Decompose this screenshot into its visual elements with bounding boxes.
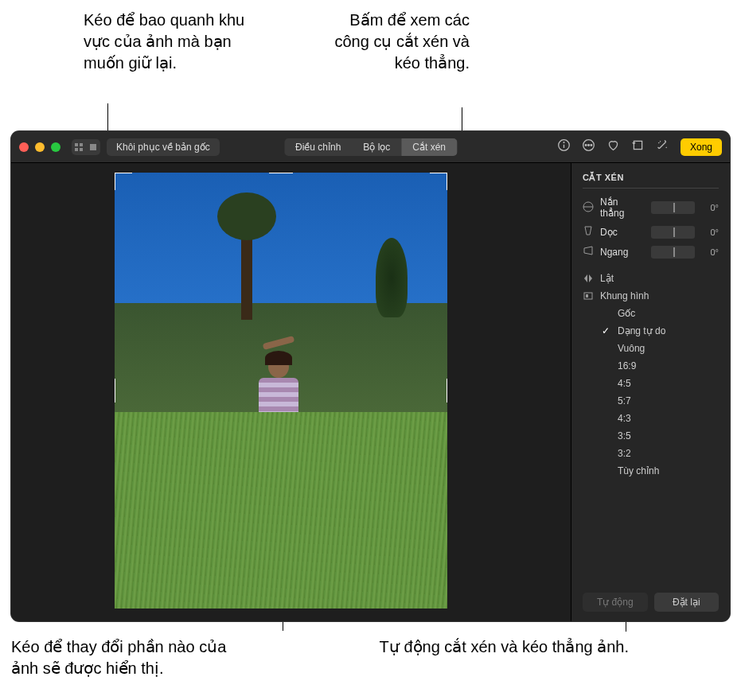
slider-label: Dọc bbox=[600, 227, 645, 238]
vertical-perspective-icon bbox=[583, 225, 594, 239]
aspect-freeform[interactable]: ✓Dạng tự do bbox=[602, 322, 719, 340]
photo-content bbox=[241, 216, 252, 320]
vertical-slider[interactable]: Dọc 0° bbox=[583, 225, 719, 239]
crop-handle-top[interactable] bbox=[269, 173, 293, 173]
svg-rect-3 bbox=[80, 148, 83, 151]
crop-handle-bottom[interactable] bbox=[269, 608, 293, 609]
slider-track[interactable] bbox=[651, 201, 695, 214]
photo-content bbox=[255, 356, 302, 499]
straighten-slider[interactable]: Nắn thẳng 0° bbox=[583, 196, 719, 219]
enhance-icon[interactable] bbox=[656, 138, 669, 155]
aspect-label: 4:5 bbox=[618, 378, 631, 389]
view-toggle[interactable] bbox=[72, 139, 100, 155]
aspect-label: 5:7 bbox=[618, 395, 631, 406]
svg-rect-2 bbox=[75, 148, 78, 151]
aspect-32[interactable]: 3:2 bbox=[602, 445, 719, 462]
svg-point-9 bbox=[585, 145, 587, 146]
sidebar-title: CẮT XÉN bbox=[583, 173, 719, 189]
aspect-label: Vuông bbox=[618, 343, 645, 354]
fullscreen-icon[interactable] bbox=[51, 142, 60, 152]
photo-content bbox=[376, 238, 408, 317]
svg-point-11 bbox=[591, 145, 592, 146]
titlebar: Khôi phục về bản gốc Điều chỉnh Bộ lọc C… bbox=[11, 131, 730, 163]
svg-rect-16 bbox=[586, 294, 588, 298]
edit-tabs: Điều chỉnh Bộ lọc Cắt xén bbox=[284, 138, 457, 156]
slider-value: 0° bbox=[701, 203, 719, 212]
frame-header: Khung hình bbox=[583, 287, 719, 305]
close-icon[interactable] bbox=[19, 142, 29, 152]
reset-button[interactable]: Đặt lại bbox=[654, 593, 720, 612]
horizontal-perspective-icon bbox=[583, 245, 594, 259]
flip-label: Lật bbox=[600, 273, 614, 284]
aspect-35[interactable]: 3:5 bbox=[602, 427, 719, 445]
revert-button[interactable]: Khôi phục về bản gốc bbox=[107, 138, 220, 156]
aspect-45[interactable]: 4:5 bbox=[602, 375, 719, 392]
toolbar-right: Xong bbox=[557, 138, 722, 156]
frame-icon bbox=[583, 290, 594, 301]
sidebar-footer: Tự động Đặt lại bbox=[583, 585, 719, 612]
crop-handle-bl[interactable] bbox=[115, 591, 132, 609]
aspect-list: Gốc ✓Dạng tự do Vuông 16:9 4:5 5:7 4:3 3… bbox=[583, 305, 719, 480]
minimize-icon[interactable] bbox=[35, 142, 45, 152]
canvas bbox=[11, 163, 571, 621]
slider-label: Nắn thẳng bbox=[600, 196, 645, 219]
callout-crop-tools: Bấm để xem các công cụ cắt xén và kéo th… bbox=[326, 10, 470, 74]
aspect-label: 4:3 bbox=[618, 413, 631, 424]
auto-button[interactable]: Tự động bbox=[583, 593, 648, 612]
aspect-label: Gốc bbox=[618, 308, 635, 319]
aspect-43[interactable]: 4:3 bbox=[602, 410, 719, 427]
aspect-169[interactable]: 16:9 bbox=[602, 357, 719, 375]
aspect-label: Dạng tự do bbox=[618, 325, 665, 336]
more-icon[interactable] bbox=[582, 138, 595, 155]
crop-frame[interactable] bbox=[115, 173, 447, 609]
single-view-icon[interactable] bbox=[86, 139, 100, 155]
slider-value: 0° bbox=[701, 228, 719, 237]
info-icon[interactable] bbox=[557, 138, 571, 155]
crop-handle-br[interactable] bbox=[430, 591, 447, 609]
slider-label: Ngang bbox=[600, 247, 645, 258]
aspect-original[interactable]: Gốc bbox=[602, 305, 719, 322]
grid-view-icon[interactable] bbox=[72, 139, 86, 155]
aspect-57[interactable]: 5:7 bbox=[602, 392, 719, 410]
favorite-icon[interactable] bbox=[606, 138, 620, 155]
content-area: CẮT XÉN Nắn thẳng 0° Dọc 0° Ngang 0° bbox=[11, 163, 730, 621]
tab-adjust[interactable]: Điều chỉnh bbox=[284, 138, 352, 156]
aspect-square[interactable]: Vuông bbox=[602, 340, 719, 357]
aspect-label: Tùy chỉnh bbox=[618, 465, 659, 476]
svg-point-10 bbox=[588, 145, 590, 146]
flip-button[interactable]: Lật bbox=[583, 270, 719, 287]
done-button[interactable]: Xong bbox=[681, 138, 722, 156]
aspect-custom[interactable]: Tùy chỉnh bbox=[602, 462, 719, 480]
window-controls[interactable] bbox=[19, 142, 60, 152]
callout-crop-area: Kéo để bao quanh khu vực của ảnh mà bạn … bbox=[84, 10, 267, 74]
crop-handle-tl[interactable] bbox=[115, 173, 132, 190]
straighten-icon bbox=[583, 201, 594, 215]
tab-filter[interactable]: Bộ lọc bbox=[352, 138, 401, 156]
rotate-icon[interactable] bbox=[631, 138, 645, 155]
svg-rect-0 bbox=[75, 143, 78, 146]
slider-track[interactable] bbox=[651, 226, 695, 239]
svg-rect-4 bbox=[90, 144, 96, 150]
crop-sidebar: CẮT XÉN Nắn thẳng 0° Dọc 0° Ngang 0° bbox=[571, 163, 730, 621]
aspect-label: 3:5 bbox=[618, 430, 631, 441]
svg-point-7 bbox=[564, 142, 564, 143]
horizontal-slider[interactable]: Ngang 0° bbox=[583, 245, 719, 259]
slider-track[interactable] bbox=[651, 246, 695, 259]
aspect-label: 3:2 bbox=[618, 448, 631, 459]
aspect-label: 16:9 bbox=[618, 360, 636, 371]
slider-value: 0° bbox=[701, 247, 719, 257]
frame-label: Khung hình bbox=[600, 290, 649, 301]
callout-reposition: Kéo để thay đổi phần nào của ảnh sẽ được… bbox=[11, 636, 258, 679]
crop-handle-left[interactable] bbox=[115, 379, 115, 402]
tab-crop[interactable]: Cắt xén bbox=[401, 138, 457, 156]
photos-edit-window: Khôi phục về bản gốc Điều chỉnh Bộ lọc C… bbox=[11, 131, 730, 621]
svg-rect-1 bbox=[80, 143, 83, 146]
flip-icon bbox=[583, 273, 594, 284]
crop-handle-right[interactable] bbox=[447, 379, 447, 402]
callout-auto: Tự động cắt xén và kéo thẳng ảnh. bbox=[366, 636, 629, 658]
crop-handle-tr[interactable] bbox=[430, 173, 447, 190]
